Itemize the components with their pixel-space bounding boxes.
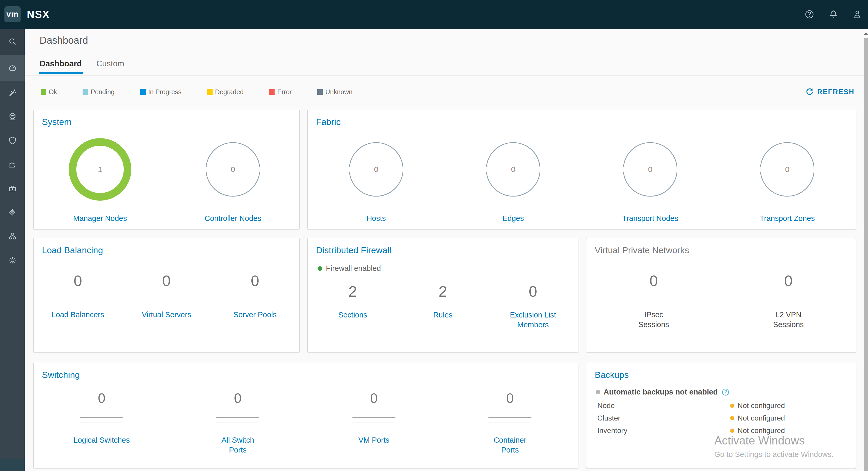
dashboard-gauge-icon [8,63,17,72]
tab-bar: Dashboard Custom [25,52,864,75]
manager-nodes-link[interactable]: Manager Nodes [73,213,127,223]
all-switch-ports-link[interactable]: All Switch Ports [212,435,264,455]
logical-switches-value: 0 [98,390,105,406]
backups-help-icon[interactable]: ? [722,389,729,396]
sidebar-item-search[interactable] [0,29,25,55]
stat-logical-switches: 0 Logical Switches [34,390,170,455]
vpn-card: Virtual Private Networks 0 IPsec Session… [586,238,856,352]
stat-edges: 0 Edges [445,138,582,223]
legend-item-error: Error [269,88,292,96]
topbar-actions [804,9,868,19]
edges-circle: 0 [485,141,541,198]
vmware-logo-text: vm [6,10,19,19]
transport-zones-value: 0 [759,141,815,198]
sidebar-item-networking[interactable] [0,105,25,129]
stat-divider [489,417,531,428]
refresh-button[interactable]: REFRESH [805,88,855,96]
vm-ports-value: 0 [370,390,378,406]
gear-wrench-icon [8,256,17,265]
backup-row-status-dot [730,429,734,433]
legend-swatch-unknown [317,89,323,95]
help-icon[interactable] [804,9,814,19]
vertical-scrollbar[interactable] [864,29,868,471]
sidebar-item-getting-started[interactable] [0,81,25,105]
hosts-value: 0 [348,141,404,198]
all-switch-ports-value: 0 [234,390,242,406]
tab-dashboard[interactable]: Dashboard [40,59,82,75]
legend-item-degraded: Degraded [207,88,244,96]
controller-nodes-circle: 0 [205,141,261,198]
container-ports-value: 0 [506,390,514,406]
sidebar-item-system[interactable] [0,224,25,248]
user-account-icon[interactable] [852,9,862,19]
ipsec-sessions-value: 0 [649,272,658,289]
load-balancers-link[interactable]: Load Balancers [52,310,104,319]
exclusion-list-members-value: 0 [529,282,537,300]
server-pools-link[interactable]: Server Pools [234,310,277,319]
transport-zones-circle: 0 [759,141,815,198]
backups-status: Automatic backups not enabled ? [586,388,856,396]
refresh-icon [805,88,814,96]
legend-swatch-degraded [207,89,213,95]
edges-link[interactable]: Edges [502,213,524,223]
sidebar-item-fabric[interactable] [0,200,25,224]
firewall-status: Firewall enabled [308,264,578,273]
sections-link[interactable]: Sections [338,310,367,320]
backup-row-status-dot [730,416,734,420]
vmware-logo: vm [4,6,21,22]
logical-switches-link[interactable]: Logical Switches [73,435,130,445]
container-ports-link[interactable]: Container Ports [487,435,533,455]
stat-virtual-servers: 0 Virtual Servers [122,272,211,319]
stat-rules: 2 Rules [398,282,488,330]
stat-sections: 2 Sections [308,282,398,330]
hosts-link[interactable]: Hosts [367,213,386,223]
l2vpn-sessions-label: L2 VPN Sessions [766,310,811,330]
system-card: System 1 Manager Nodes [33,110,300,229]
backup-row-label: Cluster [597,414,730,422]
status-legend: Ok Pending In Progress Degraded Error Un… [41,88,352,96]
backups-card-title[interactable]: Backups [586,363,629,380]
rules-link[interactable]: Rules [433,310,453,320]
exclusion-list-members-link[interactable]: Exclusion List Members [509,310,556,330]
load-balancing-card-title[interactable]: Load Balancing [34,238,103,255]
distributed-firewall-card: Distributed Firewall Firewall enabled 2 … [307,238,578,352]
puzzle-piece-icon [8,160,17,169]
backup-row-label: Node [597,402,730,410]
backups-status-label: Automatic backups not enabled [603,388,718,396]
sidebar-item-security[interactable] [0,129,25,153]
globe-network-icon [8,112,17,121]
sidebar-footer [0,459,25,471]
stat-hosts: 0 Hosts [308,138,445,223]
transport-zones-link[interactable]: Transport Zones [760,213,815,223]
rules-value: 2 [439,282,447,300]
backup-row-label: Inventory [597,427,730,435]
scroll-up-arrow[interactable] [864,29,868,38]
search-icon [8,37,17,46]
sidebar-item-inventory[interactable] [0,153,25,176]
sidebar-item-dashboard[interactable] [0,55,25,81]
notifications-bell-icon[interactable] [828,9,838,19]
switching-card-title[interactable]: Switching [34,363,80,380]
system-card-title[interactable]: System [34,110,71,127]
sidebar-item-tools[interactable] [0,176,25,200]
vm-ports-link[interactable]: VM Ports [359,435,390,445]
tab-custom[interactable]: Custom [96,59,124,75]
sections-value: 2 [348,282,357,300]
ipsec-sessions-label: IPsec Sessions [632,310,676,330]
transport-nodes-link[interactable]: Transport Nodes [622,213,678,223]
virtual-servers-link[interactable]: Virtual Servers [142,310,191,319]
fabric-card: Fabric 0 Hosts 0 Edges [307,110,856,229]
active-tab-underline [39,72,83,74]
transport-nodes-circle: 0 [622,141,678,198]
controller-nodes-link[interactable]: Controller Nodes [205,213,261,223]
sidebar-item-settings[interactable] [0,248,25,272]
scrollbar-thumb[interactable] [864,38,868,471]
hosts-circle: 0 [348,141,404,198]
stat-divider [634,300,674,300]
tab-dashboard-label: Dashboard [40,59,82,68]
fabric-card-title[interactable]: Fabric [308,110,340,127]
stat-manager-nodes: 1 Manager Nodes [34,138,166,223]
nodes-cluster-icon [8,232,17,241]
distributed-firewall-card-title[interactable]: Distributed Firewall [308,238,391,255]
transport-nodes-value: 0 [622,141,678,198]
